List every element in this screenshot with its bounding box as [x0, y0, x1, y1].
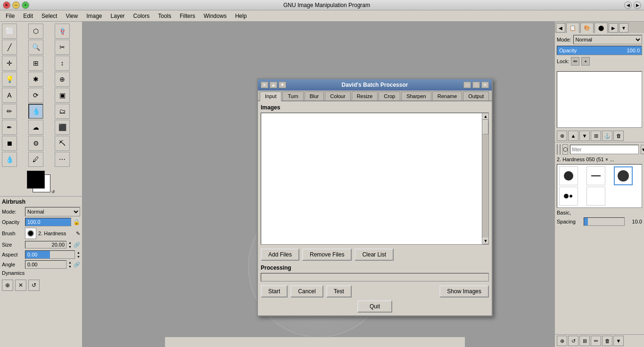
- menu-colors[interactable]: Colors: [130, 12, 154, 20]
- raise-layer-btn[interactable]: ▲: [568, 131, 578, 141]
- images-list[interactable]: ▲ ▼: [261, 113, 489, 245]
- duplicate-brush-btn[interactable]: ⊞: [579, 336, 590, 346]
- dialog-max-btn[interactable]: ▼: [279, 82, 286, 88]
- ink-tool[interactable]: 🖊: [28, 152, 43, 167]
- new-layer-btn[interactable]: ⊕: [557, 131, 567, 141]
- rect-select-tool[interactable]: ⬜: [2, 24, 17, 39]
- aspect-spin[interactable]: ▲ ▼: [77, 250, 80, 259]
- delete-preset-btn[interactable]: ✕: [15, 280, 26, 291]
- brush-filter-input[interactable]: [570, 145, 639, 154]
- new-brush-btn[interactable]: ⊕: [557, 336, 567, 346]
- tab-colour[interactable]: Colour: [325, 91, 350, 100]
- measure-tool[interactable]: ✱: [28, 72, 43, 87]
- brush-item-2[interactable]: [586, 166, 605, 185]
- quit-btn[interactable]: Quit: [357, 300, 392, 313]
- rp-nav-config[interactable]: ▼: [619, 23, 628, 33]
- nav-back-btn[interactable]: ◀: [624, 1, 632, 9]
- bucket-tool[interactable]: ⬛: [55, 120, 70, 135]
- rp-mode-select[interactable]: Normal: [573, 35, 642, 44]
- angle-chain-icon[interactable]: 🔗: [74, 262, 80, 268]
- menu-layer[interactable]: Layer: [107, 12, 129, 20]
- show-images-btn[interactable]: Show Images: [439, 285, 489, 297]
- zoom-tool[interactable]: 🔍: [28, 40, 43, 55]
- color-reset[interactable]: ↺: [51, 190, 55, 194]
- pencil-line-tool[interactable]: ╱: [2, 40, 17, 55]
- rp-tab-layers[interactable]: 📋: [566, 23, 579, 33]
- spacing-bar[interactable]: [584, 217, 625, 226]
- size-chain-icon[interactable]: 🔗: [74, 242, 80, 248]
- angle-up[interactable]: ▲: [68, 260, 72, 264]
- window-controls[interactable]: ✕ – +: [3, 1, 29, 9]
- opacity-bar[interactable]: 100.0: [25, 218, 71, 226]
- aspect-up[interactable]: ▲: [77, 250, 80, 255]
- tab-resize[interactable]: Resize: [352, 91, 378, 100]
- scroll-down[interactable]: ▼: [482, 238, 489, 244]
- refresh-brush-btn[interactable]: ↺: [568, 336, 578, 346]
- text-tool[interactable]: A: [2, 88, 17, 103]
- path-tool[interactable]: ⛏: [55, 136, 70, 151]
- brush-type-grad[interactable]: [560, 144, 561, 155]
- menu-filters[interactable]: Filters: [176, 12, 199, 20]
- size-down[interactable]: ▼: [68, 245, 72, 249]
- dialog-controls-right[interactable]: – □ ✕: [463, 82, 489, 88]
- dialog-roll-btn[interactable]: –: [463, 82, 471, 88]
- cancel-btn[interactable]: Cancel: [290, 285, 323, 297]
- heal-tool[interactable]: ⟳: [28, 88, 43, 103]
- aspect-down[interactable]: ▼: [77, 255, 80, 259]
- test-btn[interactable]: Test: [326, 285, 352, 297]
- menu-help[interactable]: Help: [231, 12, 251, 20]
- angle-down[interactable]: ▼: [68, 264, 72, 269]
- flip-tool[interactable]: ▣: [55, 88, 70, 103]
- rp-nav-right[interactable]: ▶: [609, 23, 618, 33]
- minimize-btn[interactable]: –: [12, 1, 20, 9]
- edit-brush-btn[interactable]: ✏: [591, 336, 601, 346]
- dialog-title-bar[interactable]: ✕ ▲ ▼ David's Batch Processor – □ ✕: [258, 79, 492, 91]
- airbrush-tool[interactable]: 💧: [28, 104, 43, 119]
- rp-tab-channels[interactable]: 🎨: [580, 23, 594, 33]
- tab-output[interactable]: Output: [463, 91, 489, 100]
- rp-lock-pos[interactable]: +: [581, 57, 590, 66]
- tab-input[interactable]: Input: [260, 91, 281, 101]
- free-select-tool[interactable]: 🪢: [55, 24, 70, 39]
- delete-layer-btn[interactable]: 🗑: [613, 131, 624, 141]
- rp-lock-paint[interactable]: ✏: [571, 57, 579, 66]
- duplicate-layer-btn[interactable]: ⊞: [591, 131, 601, 141]
- smudge-tool[interactable]: ☁: [28, 120, 43, 135]
- ellipse-select-tool[interactable]: ⬡: [28, 24, 43, 39]
- rp-opacity-bar[interactable]: Opacity 100.0: [557, 46, 642, 55]
- tab-blur[interactable]: Blur: [305, 91, 324, 100]
- dialog-x-btn[interactable]: ✕: [481, 82, 489, 88]
- anchor-layer-btn[interactable]: ⚓: [602, 131, 612, 141]
- rp-nav-left[interactable]: ◀: [556, 23, 565, 33]
- scroll-up[interactable]: ▲: [482, 113, 489, 120]
- maximize-btn[interactable]: +: [22, 1, 29, 9]
- rp-tab-paths[interactable]: ⬤: [594, 23, 608, 33]
- dialog-min-btn[interactable]: ▲: [270, 82, 277, 88]
- dialog-close-btn[interactable]: ✕: [261, 82, 268, 88]
- size-up[interactable]: ▲: [68, 240, 72, 245]
- config-brush-btn[interactable]: ▼: [613, 336, 624, 346]
- brush-edit-icon[interactable]: ✎: [76, 231, 80, 237]
- heal2-tool[interactable]: ⚙: [28, 136, 43, 151]
- remove-files-btn[interactable]: Remove Files: [302, 248, 352, 261]
- clone-tool[interactable]: 🗂: [55, 104, 70, 119]
- menu-view[interactable]: View: [62, 12, 82, 20]
- tab-crop[interactable]: Crop: [379, 91, 400, 100]
- angle-bar[interactable]: 0.00: [25, 260, 66, 269]
- move-tool[interactable]: ✛: [2, 56, 17, 71]
- brush-item-4[interactable]: [559, 187, 578, 206]
- mode-select[interactable]: Normal: [25, 207, 80, 216]
- tab-sharpen[interactable]: Sharpen: [401, 91, 431, 100]
- menu-image[interactable]: Image: [83, 12, 106, 20]
- tab-rename[interactable]: Rename: [432, 91, 462, 100]
- size-value[interactable]: 20.00: [25, 241, 66, 248]
- add-files-btn[interactable]: Add Files: [261, 248, 299, 261]
- nav-fwd-btn[interactable]: ▶: [634, 1, 641, 9]
- brush-item-5[interactable]: [586, 187, 605, 206]
- opacity-lock-icon[interactable]: 🔒: [73, 219, 80, 225]
- angle-spin[interactable]: ▲ ▼: [68, 260, 72, 269]
- align-tool[interactable]: ⊞: [28, 56, 43, 71]
- menu-tools[interactable]: Tools: [154, 12, 175, 20]
- restore-btn[interactable]: ↺: [28, 280, 40, 291]
- menu-select[interactable]: Select: [38, 12, 61, 20]
